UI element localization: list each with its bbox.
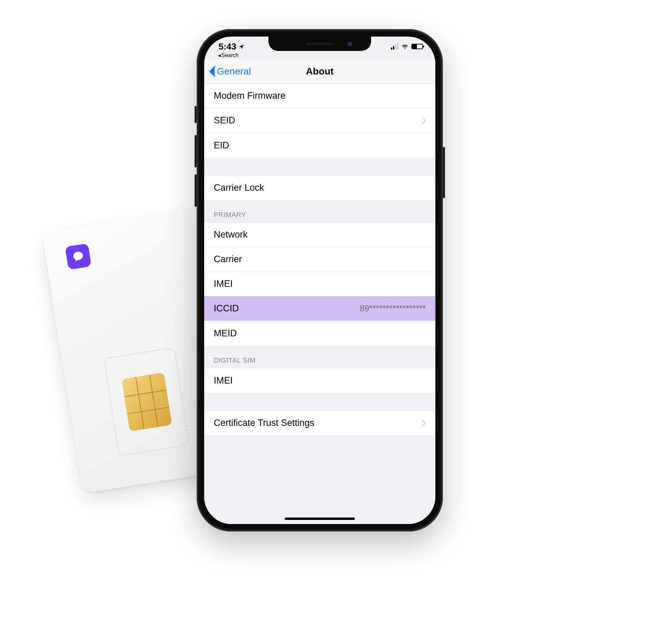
row-label: Carrier (214, 254, 242, 265)
row-carrier-lock[interactable]: Carrier Lock (204, 175, 435, 200)
home-indicator[interactable] (285, 518, 355, 520)
status-right (391, 43, 423, 50)
row-label: Modem Firmware (214, 91, 286, 101)
nav-title: About (306, 66, 334, 77)
settings-list[interactable]: Modem Firmware SEID EID Carrier Lock PRI… (204, 84, 435, 524)
row-label: MEID (214, 328, 237, 339)
sim-cutout (103, 347, 190, 456)
row-label: IMEI (214, 279, 233, 289)
location-icon (238, 44, 245, 50)
sim-brand-logo (65, 243, 92, 270)
notch (268, 37, 371, 51)
volume-up-button[interactable] (195, 135, 197, 167)
power-button[interactable] (443, 147, 445, 198)
chevron-left-icon (209, 66, 215, 77)
phone-screen: 5:43 ◀ Search General (204, 37, 435, 524)
section-header-primary: PRIMARY (204, 200, 435, 223)
nav-header: General About (204, 59, 435, 84)
status-time: 5:43 (219, 41, 245, 52)
row-imei-primary[interactable]: IMEI (204, 272, 435, 296)
row-label: EID (214, 140, 229, 151)
row-label: Carrier Lock (214, 183, 264, 193)
row-carrier[interactable]: Carrier (204, 247, 435, 272)
row-value: 89***************** (360, 304, 426, 313)
battery-icon (411, 44, 423, 49)
section-gap (204, 158, 435, 175)
phone-frame: 5:43 ◀ Search General (197, 29, 443, 532)
section-gap (204, 393, 435, 411)
wifi-icon (401, 43, 409, 50)
speech-bubble-icon (71, 249, 85, 264)
row-label: ICCID (214, 303, 239, 314)
cellular-signal-icon (391, 43, 398, 50)
row-imei-digital[interactable]: IMEI (204, 368, 435, 393)
chevron-right-icon (422, 117, 426, 124)
row-label: Network (214, 229, 248, 240)
mute-switch[interactable] (195, 106, 197, 123)
row-label: SEID (214, 115, 235, 126)
sim-chip (121, 372, 172, 431)
row-iccid[interactable]: ICCID 89***************** (204, 296, 435, 321)
row-label: IMEI (214, 375, 233, 386)
row-modem-firmware[interactable]: Modem Firmware (204, 84, 435, 108)
row-seid[interactable]: SEID (204, 108, 435, 133)
nav-back-button[interactable]: General (209, 66, 251, 77)
section-gap (204, 435, 435, 476)
row-network[interactable]: Network (204, 223, 435, 247)
back-to-app[interactable]: ◀ Search (218, 52, 239, 58)
row-meid[interactable]: MEID (204, 321, 435, 346)
chevron-right-icon (422, 420, 426, 427)
section-header-digital-sim: DIGITAL SIM (204, 346, 435, 368)
volume-down-button[interactable] (195, 174, 197, 207)
back-triangle-icon: ◀ (218, 53, 221, 58)
row-cert-trust[interactable]: Certificate Trust Settings (204, 411, 435, 435)
row-label: Certificate Trust Settings (214, 418, 314, 428)
row-eid[interactable]: EID (204, 133, 435, 158)
